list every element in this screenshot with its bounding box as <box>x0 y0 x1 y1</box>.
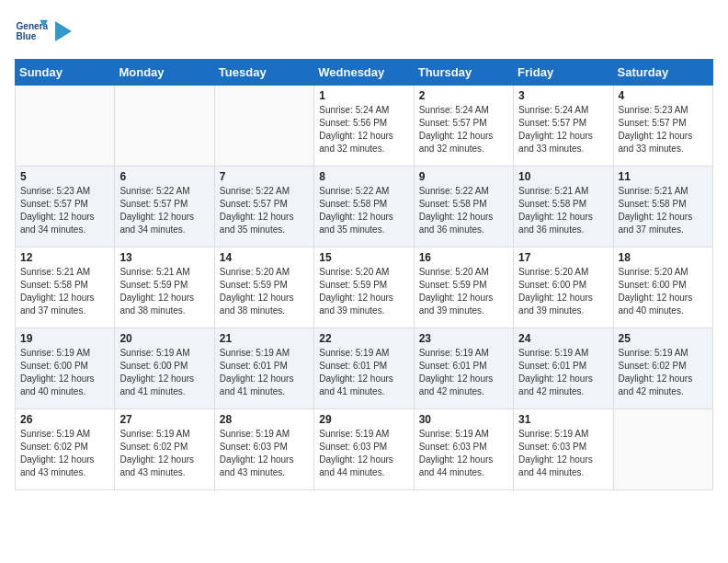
day-info: Sunrise: 5:24 AM Sunset: 5:57 PM Dayligh… <box>419 104 508 155</box>
calendar-cell: 26Sunrise: 5:19 AM Sunset: 6:02 PM Dayli… <box>16 409 115 490</box>
day-number: 1 <box>319 89 408 102</box>
svg-text:Blue: Blue <box>16 31 36 41</box>
calendar-cell: 14Sunrise: 5:20 AM Sunset: 5:59 PM Dayli… <box>214 247 313 328</box>
day-info: Sunrise: 5:19 AM Sunset: 6:03 PM Dayligh… <box>419 428 508 479</box>
day-info: Sunrise: 5:22 AM Sunset: 5:58 PM Dayligh… <box>319 185 408 236</box>
logo: General Blue <box>15 15 72 48</box>
day-number: 5 <box>20 170 109 183</box>
logo-arrow-icon <box>55 21 72 41</box>
day-number: 9 <box>419 170 508 183</box>
calendar-week-row: 19Sunrise: 5:19 AM Sunset: 6:00 PM Dayli… <box>16 328 713 409</box>
day-info: Sunrise: 5:19 AM Sunset: 6:02 PM Dayligh… <box>119 428 209 479</box>
day-number: 23 <box>419 332 508 345</box>
day-info: Sunrise: 5:20 AM Sunset: 5:59 PM Dayligh… <box>419 266 508 317</box>
calendar-cell: 29Sunrise: 5:19 AM Sunset: 6:03 PM Dayli… <box>314 409 414 490</box>
calendar-cell: 7Sunrise: 5:22 AM Sunset: 5:57 PM Daylig… <box>214 167 313 247</box>
day-number: 22 <box>319 332 408 345</box>
day-info: Sunrise: 5:21 AM Sunset: 5:58 PM Dayligh… <box>20 266 109 317</box>
calendar-cell: 24Sunrise: 5:19 AM Sunset: 6:01 PM Dayli… <box>514 328 613 409</box>
weekday-header-thursday: Thursday <box>414 60 513 86</box>
calendar-cell: 18Sunrise: 5:20 AM Sunset: 6:00 PM Dayli… <box>613 247 712 328</box>
day-number: 16 <box>419 251 508 264</box>
calendar-cell: 13Sunrise: 5:21 AM Sunset: 5:59 PM Dayli… <box>115 247 214 328</box>
day-number: 13 <box>119 251 209 264</box>
day-info: Sunrise: 5:23 AM Sunset: 5:57 PM Dayligh… <box>20 185 109 236</box>
day-info: Sunrise: 5:19 AM Sunset: 6:02 PM Dayligh… <box>619 347 708 398</box>
calendar-cell: 15Sunrise: 5:20 AM Sunset: 5:59 PM Dayli… <box>314 247 414 328</box>
day-number: 29 <box>319 413 408 426</box>
day-info: Sunrise: 5:19 AM Sunset: 6:03 PM Dayligh… <box>220 428 309 479</box>
calendar-cell: 16Sunrise: 5:20 AM Sunset: 5:59 PM Dayli… <box>414 247 513 328</box>
day-info: Sunrise: 5:23 AM Sunset: 5:57 PM Dayligh… <box>619 104 708 155</box>
page-header: General Blue <box>15 15 713 48</box>
calendar-cell: 31Sunrise: 5:19 AM Sunset: 6:03 PM Dayli… <box>514 409 613 490</box>
calendar-cell: 9Sunrise: 5:22 AM Sunset: 5:58 PM Daylig… <box>414 167 513 247</box>
calendar-table: SundayMondayTuesdayWednesdayThursdayFrid… <box>15 59 713 490</box>
day-info: Sunrise: 5:19 AM Sunset: 6:01 PM Dayligh… <box>220 347 309 398</box>
calendar-cell: 25Sunrise: 5:19 AM Sunset: 6:02 PM Dayli… <box>613 328 712 409</box>
day-info: Sunrise: 5:22 AM Sunset: 5:57 PM Dayligh… <box>119 185 209 236</box>
calendar-cell: 20Sunrise: 5:19 AM Sunset: 6:00 PM Dayli… <box>115 328 214 409</box>
calendar-cell: 3Sunrise: 5:24 AM Sunset: 5:57 PM Daylig… <box>514 86 613 167</box>
day-number: 24 <box>518 332 608 345</box>
calendar-cell: 30Sunrise: 5:19 AM Sunset: 6:03 PM Dayli… <box>414 409 513 490</box>
day-info: Sunrise: 5:20 AM Sunset: 6:00 PM Dayligh… <box>619 266 708 317</box>
weekday-header-sunday: Sunday <box>16 60 115 86</box>
calendar-cell <box>214 86 313 167</box>
calendar-cell <box>613 409 712 490</box>
day-number: 31 <box>518 413 608 426</box>
day-info: Sunrise: 5:19 AM Sunset: 6:01 PM Dayligh… <box>319 347 408 398</box>
day-info: Sunrise: 5:21 AM Sunset: 5:58 PM Dayligh… <box>619 185 708 236</box>
weekday-header-monday: Monday <box>115 60 214 86</box>
calendar-cell: 1Sunrise: 5:24 AM Sunset: 5:56 PM Daylig… <box>314 86 414 167</box>
calendar-cell: 11Sunrise: 5:21 AM Sunset: 5:58 PM Dayli… <box>613 167 712 247</box>
calendar-cell: 8Sunrise: 5:22 AM Sunset: 5:58 PM Daylig… <box>314 167 414 247</box>
day-number: 10 <box>518 170 608 183</box>
day-info: Sunrise: 5:21 AM Sunset: 5:59 PM Dayligh… <box>119 266 209 317</box>
calendar-week-row: 12Sunrise: 5:21 AM Sunset: 5:58 PM Dayli… <box>16 247 713 328</box>
weekday-header-row: SundayMondayTuesdayWednesdayThursdayFrid… <box>16 60 713 86</box>
weekday-header-wednesday: Wednesday <box>314 60 414 86</box>
calendar-cell: 17Sunrise: 5:20 AM Sunset: 6:00 PM Dayli… <box>514 247 613 328</box>
calendar-cell: 5Sunrise: 5:23 AM Sunset: 5:57 PM Daylig… <box>16 167 115 247</box>
day-number: 30 <box>419 413 508 426</box>
calendar-cell: 22Sunrise: 5:19 AM Sunset: 6:01 PM Dayli… <box>314 328 414 409</box>
day-number: 18 <box>619 251 708 264</box>
calendar-cell <box>16 86 115 167</box>
calendar-week-row: 26Sunrise: 5:19 AM Sunset: 6:02 PM Dayli… <box>16 409 713 490</box>
calendar-cell: 27Sunrise: 5:19 AM Sunset: 6:02 PM Dayli… <box>115 409 214 490</box>
calendar-cell: 28Sunrise: 5:19 AM Sunset: 6:03 PM Dayli… <box>214 409 313 490</box>
day-number: 17 <box>518 251 608 264</box>
day-number: 19 <box>20 332 109 345</box>
day-info: Sunrise: 5:24 AM Sunset: 5:56 PM Dayligh… <box>319 104 408 155</box>
calendar-cell <box>115 86 214 167</box>
day-info: Sunrise: 5:22 AM Sunset: 5:57 PM Dayligh… <box>220 185 309 236</box>
calendar-cell: 4Sunrise: 5:23 AM Sunset: 5:57 PM Daylig… <box>613 86 712 167</box>
logo-icon: General Blue <box>15 15 48 48</box>
day-number: 2 <box>419 89 508 102</box>
day-number: 3 <box>518 89 608 102</box>
day-number: 15 <box>319 251 408 264</box>
day-number: 27 <box>119 413 209 426</box>
day-number: 11 <box>619 170 708 183</box>
calendar-cell: 2Sunrise: 5:24 AM Sunset: 5:57 PM Daylig… <box>414 86 513 167</box>
day-number: 4 <box>619 89 708 102</box>
day-info: Sunrise: 5:19 AM Sunset: 6:03 PM Dayligh… <box>518 428 608 479</box>
day-info: Sunrise: 5:22 AM Sunset: 5:58 PM Dayligh… <box>419 185 508 236</box>
calendar-cell: 10Sunrise: 5:21 AM Sunset: 5:58 PM Dayli… <box>514 167 613 247</box>
day-number: 6 <box>119 170 209 183</box>
day-number: 21 <box>220 332 309 345</box>
day-info: Sunrise: 5:19 AM Sunset: 6:01 PM Dayligh… <box>419 347 508 398</box>
calendar-cell: 12Sunrise: 5:21 AM Sunset: 5:58 PM Dayli… <box>16 247 115 328</box>
day-info: Sunrise: 5:20 AM Sunset: 5:59 PM Dayligh… <box>319 266 408 317</box>
day-number: 14 <box>220 251 309 264</box>
day-number: 12 <box>20 251 109 264</box>
weekday-header-tuesday: Tuesday <box>214 60 313 86</box>
day-number: 8 <box>319 170 408 183</box>
calendar-cell: 23Sunrise: 5:19 AM Sunset: 6:01 PM Dayli… <box>414 328 513 409</box>
svg-marker-3 <box>55 21 72 41</box>
day-info: Sunrise: 5:19 AM Sunset: 6:01 PM Dayligh… <box>518 347 608 398</box>
day-info: Sunrise: 5:19 AM Sunset: 6:00 PM Dayligh… <box>20 347 109 398</box>
calendar-week-row: 1Sunrise: 5:24 AM Sunset: 5:56 PM Daylig… <box>16 86 713 167</box>
day-info: Sunrise: 5:20 AM Sunset: 5:59 PM Dayligh… <box>220 266 309 317</box>
